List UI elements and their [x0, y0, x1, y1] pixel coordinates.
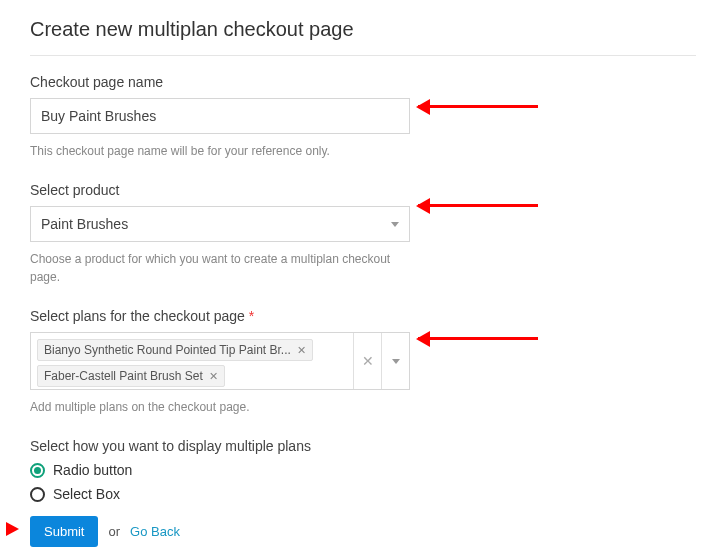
plans-group: Select plans for the checkout page * Bia…	[30, 308, 696, 416]
annotation-arrow	[418, 199, 538, 213]
close-icon: ✕	[362, 353, 374, 369]
radio-option-radio-button[interactable]: Radio button	[30, 462, 696, 478]
annotation-arrow	[418, 100, 538, 114]
chevron-down-icon	[392, 359, 400, 364]
close-icon[interactable]: ✕	[297, 344, 306, 357]
display-label: Select how you want to display multiple …	[30, 438, 696, 454]
checkout-name-value: Buy Paint Brushes	[41, 108, 156, 124]
plans-multiselect[interactable]: Bianyo Synthetic Round Pointed Tip Paint…	[30, 332, 410, 390]
submit-button[interactable]: Submit	[30, 516, 98, 547]
plans-label-text: Select plans for the checkout page	[30, 308, 245, 324]
close-icon[interactable]: ✕	[209, 370, 218, 383]
checkout-name-group: Checkout page name Buy Paint Brushes Thi…	[30, 74, 696, 160]
dropdown-toggle[interactable]	[381, 333, 409, 389]
product-value: Paint Brushes	[41, 216, 128, 232]
page-title: Create new multiplan checkout page	[30, 18, 696, 41]
display-group: Select how you want to display multiple …	[30, 438, 696, 502]
or-text: or	[108, 524, 120, 539]
required-asterisk: *	[249, 308, 254, 324]
divider	[30, 55, 696, 56]
product-label: Select product	[30, 182, 696, 198]
go-back-link[interactable]: Go Back	[130, 524, 180, 539]
clear-all-button[interactable]: ✕	[353, 333, 381, 389]
plans-label: Select plans for the checkout page *	[30, 308, 696, 324]
product-help: Choose a product for which you want to c…	[30, 250, 410, 286]
plan-chip-label: Bianyo Synthetic Round Pointed Tip Paint…	[44, 343, 291, 357]
checkout-name-help: This checkout page name will be for your…	[30, 142, 410, 160]
product-group: Select product Paint Brushes Choose a pr…	[30, 182, 696, 286]
plan-chip-label: Faber-Castell Paint Brush Set	[44, 369, 203, 383]
radio-option-select-box[interactable]: Select Box	[30, 486, 696, 502]
plan-chip[interactable]: Bianyo Synthetic Round Pointed Tip Paint…	[37, 339, 313, 361]
checkout-name-input[interactable]: Buy Paint Brushes	[30, 98, 410, 134]
product-select[interactable]: Paint Brushes	[30, 206, 410, 242]
annotation-arrow	[6, 522, 19, 536]
radio-selected-icon	[30, 463, 45, 478]
radio-unselected-icon	[30, 487, 45, 502]
checkout-name-label: Checkout page name	[30, 74, 696, 90]
radio-option-label: Select Box	[53, 486, 120, 502]
plan-chip[interactable]: Faber-Castell Paint Brush Set ✕	[37, 365, 225, 387]
action-row: Submit or Go Back	[30, 516, 696, 547]
chips-area[interactable]: Bianyo Synthetic Round Pointed Tip Paint…	[31, 333, 353, 389]
radio-option-label: Radio button	[53, 462, 132, 478]
chevron-down-icon	[391, 222, 399, 227]
plans-help: Add multiple plans on the checkout page.	[30, 398, 410, 416]
annotation-arrow	[418, 332, 538, 346]
